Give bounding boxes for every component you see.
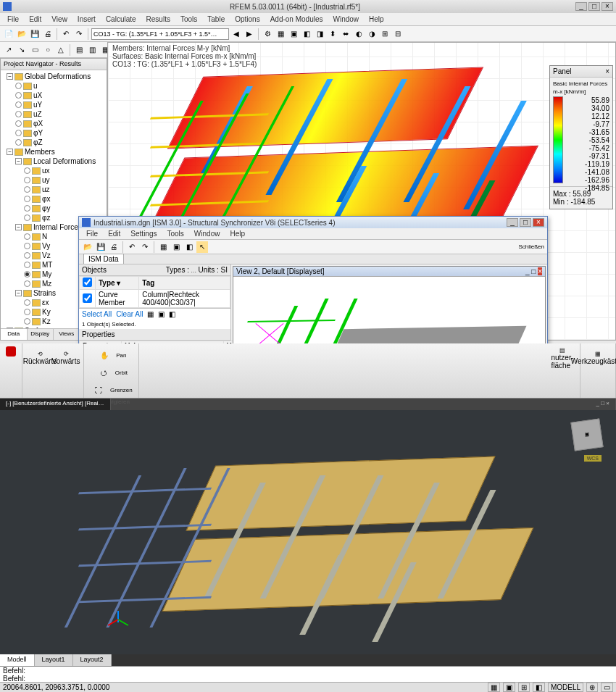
acad-viewport[interactable]: ▣ WCS — [0, 410, 616, 654]
tool-icon[interactable]: ⊞ — [379, 28, 391, 40]
tree-node[interactable]: φX — [2, 119, 105, 128]
tree-node[interactable]: −Local Deformations — [2, 157, 105, 166]
radio-icon[interactable] — [15, 139, 22, 146]
radio-icon[interactable] — [24, 271, 30, 278]
radio-icon[interactable] — [24, 196, 30, 202]
wcs-badge[interactable]: WCS — [584, 455, 602, 462]
tool-icon[interactable]: ⊟ — [392, 28, 404, 40]
radio-icon[interactable] — [24, 318, 30, 325]
tool-icon[interactable]: ⬌ — [340, 28, 351, 40]
layout-tab[interactable]: Layout1 — [35, 654, 73, 666]
tool-icon[interactable]: ▦ — [157, 241, 169, 253]
menu-item[interactable]: Results — [142, 14, 175, 25]
view-close-button[interactable]: × — [538, 267, 542, 275]
tree-node[interactable]: φY — [2, 128, 105, 138]
pan-icon[interactable]: ✋ — [96, 346, 113, 364]
radio-icon[interactable] — [24, 262, 30, 268]
radio-icon[interactable] — [15, 101, 22, 108]
clear-all-link[interactable]: Clear All — [116, 310, 143, 318]
tool-icon[interactable]: ▣ — [170, 241, 182, 253]
radio-icon[interactable] — [15, 83, 22, 89]
tree-node[interactable]: φy — [2, 204, 105, 213]
extents-icon[interactable]: ⛶ — [90, 381, 107, 399]
menu-item[interactable]: Help — [225, 228, 249, 239]
ism-close-button[interactable]: × — [533, 218, 544, 227]
new-icon[interactable]: 📄 — [3, 28, 14, 40]
tool-icon[interactable]: 🖨 — [108, 241, 120, 253]
print-icon[interactable]: 🖨 — [42, 28, 54, 40]
tree-node[interactable]: uY — [2, 100, 105, 109]
tool-icon[interactable]: ▥ — [86, 44, 98, 56]
legend-close-icon[interactable]: × — [605, 67, 609, 75]
table-row[interactable]: Curve MemberColumn|Rechteck 400/400|C30/… — [80, 290, 230, 308]
view-minimize-button[interactable]: _ — [525, 267, 530, 275]
ism-close-label[interactable]: Schließen — [518, 243, 544, 250]
next-icon[interactable]: ▶ — [244, 28, 255, 40]
tree-node[interactable]: uZ — [2, 109, 105, 119]
toolbars-icon[interactable]: ▦Werkzeugkästen — [586, 346, 609, 370]
tool-icon[interactable]: ↗ — [3, 44, 14, 56]
menu-item[interactable]: File — [82, 228, 102, 239]
menu-item[interactable]: Options — [230, 14, 264, 25]
menu-item[interactable]: Settings — [126, 228, 161, 239]
view-tab[interactable]: [-] [Benutzerdefinierte Ansicht] [Real… — [0, 399, 111, 410]
tool-icon[interactable]: ▦ — [275, 28, 286, 40]
menu-item[interactable]: Table — [203, 14, 229, 25]
menu-item[interactable]: Edit — [104, 228, 125, 239]
tool-icon[interactable]: ○ — [42, 44, 54, 56]
expander-icon[interactable]: − — [15, 290, 22, 296]
tree-node[interactable]: φZ — [2, 138, 105, 147]
ism-maximize-button[interactable]: □ — [520, 218, 531, 227]
radio-icon[interactable] — [24, 167, 30, 174]
menu-item[interactable]: Insert — [73, 14, 100, 25]
forward-icon[interactable]: ⟳Vorwärts — [54, 346, 78, 370]
model-toggle[interactable]: MODELL — [548, 683, 583, 692]
menu-item[interactable]: Help — [365, 14, 388, 25]
radio-icon[interactable] — [24, 243, 30, 249]
objects-table[interactable]: Type ▾Tag Curve MemberColumn|Rechteck 40… — [79, 276, 230, 308]
radio-icon[interactable] — [24, 186, 30, 193]
layout-tab[interactable]: Layout2 — [73, 654, 112, 666]
status-toggle[interactable]: ▭ — [601, 683, 613, 692]
tool-icon[interactable]: ⬍ — [327, 28, 338, 40]
menu-item[interactable]: Window — [329, 14, 364, 25]
tool-icon[interactable]: 📂 — [82, 241, 93, 253]
radio-icon[interactable] — [15, 92, 22, 99]
radio-icon[interactable] — [24, 205, 30, 212]
tree-node[interactable]: uz — [2, 185, 105, 194]
command-input[interactable] — [28, 675, 245, 683]
radio-icon[interactable] — [24, 214, 30, 221]
menu-item[interactable]: Window — [190, 228, 225, 239]
redo-icon[interactable]: ↷ — [73, 28, 85, 40]
menu-item[interactable]: View — [47, 14, 72, 25]
orbit-icon[interactable]: ⭯ — [95, 364, 112, 381]
ism-minimize-button[interactable]: _ — [507, 218, 518, 227]
save-icon[interactable]: 💾 — [29, 28, 41, 40]
tree-node[interactable]: −Members — [2, 147, 105, 157]
view-maximize-button[interactable]: □ — [531, 267, 536, 275]
tool-icon[interactable]: ▣ — [288, 28, 299, 40]
menu-item[interactable]: Add-on Modules — [266, 14, 328, 25]
select-all-link[interactable]: Select All — [82, 310, 112, 318]
radio-icon[interactable] — [24, 299, 30, 306]
tool-icon[interactable]: ◧ — [183, 241, 195, 253]
radio-icon[interactable] — [24, 177, 30, 183]
menu-item[interactable]: Tools — [176, 14, 201, 25]
tool-icon[interactable]: ▦ — [147, 310, 154, 318]
menu-item[interactable]: File — [3, 14, 23, 25]
tool-icon[interactable]: ◨ — [314, 28, 325, 40]
tool-icon[interactable]: ▣ — [158, 310, 165, 318]
tool-icon[interactable]: 💾 — [95, 241, 107, 253]
tool-icon[interactable]: ▭ — [29, 44, 41, 56]
back-icon[interactable]: ⟲Rückwärts — [28, 346, 51, 370]
tool-icon[interactable]: ▤ — [73, 44, 85, 56]
layout-tab[interactable]: Modell — [0, 654, 35, 666]
command-line[interactable]: Befehl: Befehl: — [0, 666, 616, 682]
open-icon[interactable]: 📂 — [16, 28, 28, 40]
menu-item[interactable]: Calculate — [101, 14, 141, 25]
view-cube[interactable]: ▣ — [570, 418, 603, 451]
tool-icon[interactable]: ◐ — [353, 28, 365, 40]
menu-item[interactable]: Tools — [163, 228, 188, 239]
status-toggle[interactable]: ▦ — [488, 683, 500, 692]
status-toggle[interactable]: ⊕ — [586, 683, 598, 692]
